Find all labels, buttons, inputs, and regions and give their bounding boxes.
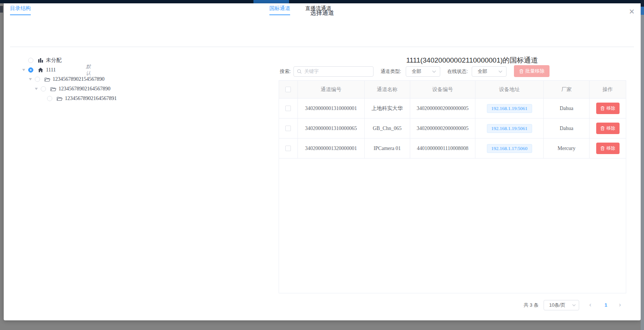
device-id-cell: 44010000001110008008 [410, 139, 475, 158]
batch-remove-label: 批量移除 [525, 68, 545, 74]
caret-down-icon[interactable] [29, 78, 32, 80]
tab-divider [10, 35, 634, 47]
channel-name-cell: GB_Chn_065 [365, 119, 411, 138]
row-checkbox[interactable] [285, 106, 291, 111]
close-icon[interactable]: ✕ [628, 8, 636, 16]
caret-down-icon[interactable] [35, 88, 38, 90]
row-checkbox[interactable] [285, 126, 291, 131]
home-icon [38, 67, 44, 73]
chevron-down-icon [432, 70, 436, 73]
row-checkbox[interactable] [285, 146, 291, 151]
tab-directory-structure[interactable]: 目录结构 [10, 3, 31, 15]
remove-button[interactable]: 移除 [596, 103, 620, 114]
chart-bars-icon [38, 57, 44, 63]
folder-icon [57, 96, 63, 101]
device-address-tag: 192.168.1.19:5061 [487, 124, 532, 133]
tree-node-label[interactable]: 12345678902164567890 [59, 86, 110, 92]
nav-item-9[interactable]: 用户管理 [296, 0, 315, 3]
top-nav: 分屏监控国标设备电子地图推流列表拉流代理云端录像日志管理国标级联用户管理 [0, 0, 641, 3]
tab-gb-channel[interactable]: 国标通道 [269, 3, 290, 15]
tab-livestream-channel[interactable]: 直播流通道 [305, 3, 331, 14]
scrollbar-cap [641, 0, 644, 7]
nav-item-6[interactable]: 云端录像 [188, 0, 207, 3]
nav-item-8[interactable]: 国标级联 [253, 0, 289, 3]
nav-item-2[interactable]: 国标设备 [49, 0, 68, 3]
trash-icon [600, 106, 605, 111]
folder-icon [50, 86, 56, 92]
scrollbar-thumb[interactable] [641, 7, 644, 15]
vendor-cell: Dahua [544, 99, 590, 118]
chevron-down-icon [498, 70, 502, 73]
table-row: 34020000001310000001上地科实大华34020000002000… [279, 99, 626, 119]
page-size-select[interactable]: 10条/页 [544, 300, 579, 310]
table-title: 1111(34020000002110000001)的国标通道 [310, 56, 634, 65]
vendor-cell: Dahua [544, 119, 590, 138]
tree-radio[interactable] [35, 77, 40, 82]
online-status-value: 全部 [478, 68, 487, 75]
nav-item-5[interactable]: 拉流代理 [153, 0, 172, 3]
search-label: 搜索: [280, 66, 291, 77]
tree-node-1[interactable]: 未分配 [22, 56, 62, 65]
page-size-value: 10条/页 [549, 302, 565, 309]
background-page-fragment [0, 6, 3, 13]
select-all-checkbox[interactable] [285, 87, 291, 92]
column-header: 通道名称 [365, 81, 411, 98]
tree-radio[interactable] [28, 58, 33, 63]
nav-item-7[interactable]: 日志管理 [225, 0, 245, 3]
nav-item-3[interactable]: 电子地图 [84, 0, 103, 3]
column-header: 操作 [590, 81, 626, 98]
channel-name-cell: IPCamera 01 [365, 139, 411, 158]
page-scrollbar[interactable] [641, 0, 644, 330]
column-header: 通道编号 [298, 81, 365, 98]
tree-node-label[interactable]: 1111 [46, 67, 56, 73]
search-input[interactable]: 关键字 [293, 66, 374, 77]
pagination-prev-icon[interactable]: ‹ [586, 300, 595, 310]
tree-node-4[interactable]: 12345678902164567890 [35, 84, 110, 94]
pagination-page-1[interactable]: 1 [601, 300, 610, 310]
channel-id-cell: 34020000001310000001 [298, 99, 365, 118]
column-header: 设备编号 [410, 81, 475, 98]
nav-item-1[interactable]: 分屏监控 [12, 0, 31, 3]
device-id-cell: 34020000002000000005 [410, 99, 475, 118]
trash-icon [519, 69, 524, 74]
remove-button[interactable]: 移除 [596, 143, 620, 154]
tree-radio[interactable] [41, 86, 46, 91]
device-id-cell: 34020000002000000005 [410, 119, 475, 138]
tree-node-label[interactable]: 未分配 [46, 57, 62, 64]
online-status-select[interactable]: 全部 [472, 66, 507, 77]
vendor-cell: Mercury [544, 139, 590, 158]
tree-node-3[interactable]: 12345678902154567890 [29, 74, 104, 84]
caret-down-icon[interactable] [22, 69, 25, 71]
channel-table: 通道编号通道名称设备编号设备地址厂家操作 3402000000131000000… [279, 80, 626, 293]
channel-type-select[interactable]: 全部 [406, 66, 440, 77]
tree-node-2[interactable]: 1111默认 [22, 65, 56, 75]
tree-node-label[interactable]: 12345678902154567890 [53, 76, 104, 82]
tree-node-label[interactable]: 12345678902164567891 [65, 96, 117, 101]
select-channel-dialog: 选择通道 ✕ 目录结构 国标通道 直播流通道 未分配1111默认12345678… [4, 3, 641, 320]
nav-item-4[interactable]: 推流列表 [118, 0, 137, 3]
pagination-total: 共 3 条 [524, 300, 538, 310]
channel-name-cell: 上地科实大华 [365, 99, 411, 118]
trash-icon [600, 146, 605, 151]
pagination-next-icon[interactable]: › [615, 300, 624, 310]
search-placeholder: 关键字 [304, 68, 319, 75]
table-row: 34020000001310000065GB_Chn_0653402000000… [279, 119, 626, 139]
channel-type-value: 全部 [412, 68, 421, 75]
remove-button[interactable]: 移除 [596, 123, 620, 134]
search-icon [297, 69, 302, 74]
channel-id-cell: 34020000001320000001 [298, 139, 365, 158]
trash-icon [600, 126, 605, 131]
tree-node-5[interactable]: 12345678902164567891 [41, 94, 117, 103]
tree-radio[interactable] [47, 96, 52, 101]
table-header-row: 通道编号通道名称设备编号设备地址厂家操作 [279, 81, 626, 99]
channel-id-cell: 34020000001310000065 [298, 119, 365, 138]
folder-icon [44, 76, 50, 82]
device-address-tag: 192.168.1.17:5060 [487, 144, 532, 153]
table-row: 34020000001320000001IPCamera 01440100000… [279, 139, 626, 159]
tree-radio[interactable] [28, 67, 33, 73]
channel-type-label: 通道类型: [381, 66, 401, 77]
online-status-label: 在线状态: [447, 66, 468, 77]
batch-remove-button[interactable]: 批量移除 [514, 65, 550, 77]
device-address-tag: 192.168.1.19:5061 [487, 104, 532, 113]
column-header: 厂家 [544, 81, 590, 98]
